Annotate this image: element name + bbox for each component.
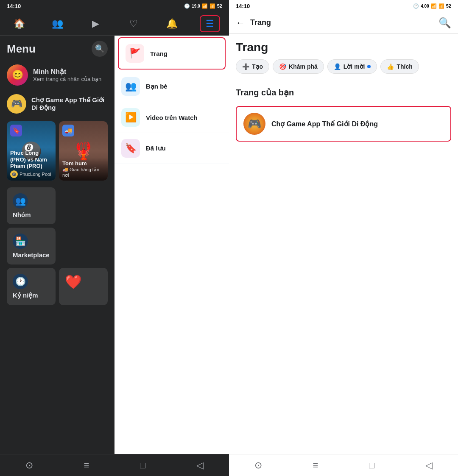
bottom-circle-icon[interactable]: ⊙ xyxy=(25,460,33,471)
story-title-pool: Phuc Long (PRO) vs Nam Pham (PRO) xyxy=(10,150,52,170)
stories-grid: 🎱 🔖 Phuc Long (PRO) vs Nam Pham (PRO) 🎱 … xyxy=(0,118,114,184)
story-sub-pool: 🎱 PhucLong Pool xyxy=(10,170,52,178)
video-icon-box: ▶️ xyxy=(121,108,140,127)
nhom-icon: 👥 xyxy=(13,193,28,209)
menu-right-item-daluu[interactable]: 🔖 Đã lưu xyxy=(114,133,229,164)
rp-bottom-back-icon[interactable]: ◁ xyxy=(425,460,433,471)
left-content-area: Menu 🔍 😊 Minh Nhật Xem trang cá nhân của… xyxy=(0,36,229,454)
kyniem-label: Kỷ niệm xyxy=(13,292,50,299)
kyniem-icon: 🕐 xyxy=(13,274,28,289)
menu-right-item-banbe[interactable]: 👥 Bạn bè xyxy=(114,71,229,102)
home-nav-icon[interactable]: 🏠 xyxy=(9,15,29,32)
left-nav-bar: 🏠 👥 ▶ ♡ 🔔 ☰ xyxy=(0,12,229,36)
right-nav-bar: ← Trang 🔍 xyxy=(229,12,458,34)
banbe-label: Bạn bè xyxy=(146,83,168,90)
menu-right-item-trang[interactable]: 🚩 Trang xyxy=(118,37,226,70)
pill-tao[interactable]: ➕ Tạo xyxy=(236,59,269,74)
plus-icon: ➕ xyxy=(242,63,249,70)
back-button[interactable]: ← xyxy=(236,17,245,28)
menu-item-kyniem[interactable]: 🕐 Kỷ niệm xyxy=(7,268,56,305)
invite-icon: 👤 xyxy=(334,63,341,70)
menu-title: Menu xyxy=(7,42,36,56)
section-title: Trang của bạn xyxy=(229,81,458,103)
user-info: Minh Nhật Xem trang cá nhân của bạn xyxy=(33,68,101,82)
nhom-label: Nhóm xyxy=(13,211,50,218)
menu-search-button[interactable]: 🔍 xyxy=(92,41,108,57)
trang-icon-box: 🚩 xyxy=(126,44,144,63)
right-content: Trang ➕ Tạo 🎯 Khám phá 👤 Lời mời 👍 Thích… xyxy=(229,34,458,454)
user-subtitle: Xem trang cá nhân của bạn xyxy=(33,76,101,82)
bell-nav-icon[interactable]: 🔔 xyxy=(162,15,182,32)
pill-khampha[interactable]: 🎯 Khám phá xyxy=(273,59,324,74)
pill-khampha-label: Khám phá xyxy=(289,63,318,70)
user-avatar: 😊 xyxy=(7,64,28,86)
right-status-icons: 🕐 4.00 📶 📶 52 xyxy=(413,3,451,9)
right-nav-left: ← Trang xyxy=(236,17,271,28)
daluu-icon-box: 🔖 xyxy=(121,139,140,158)
daluu-label: Đã lưu xyxy=(146,145,166,152)
right-search-button[interactable]: 🔍 xyxy=(438,17,451,29)
story-badge-truck: 🚚 xyxy=(62,125,74,136)
story-badge-pool: 🔖 xyxy=(10,125,22,136)
pill-loimoi-label: Lời mời xyxy=(344,63,365,70)
right-nav-title: Trang xyxy=(250,18,271,27)
menu-grid: 👥 Nhóm 🏪 Marketplace 🕐 Kỷ niệm ❤️ xyxy=(0,184,114,309)
video-label: Video trên Watch xyxy=(146,114,198,121)
page-card-avatar: 🎮 xyxy=(243,113,265,135)
left-time: 14:10 xyxy=(7,3,21,9)
rp-bottom-circle-icon[interactable]: ⊙ xyxy=(254,460,262,471)
user-name: Minh Nhật xyxy=(33,68,101,76)
story-info-food: Tom hum 🚚 Giao hàng tận nơi xyxy=(59,158,108,181)
watch-nav-icon[interactable]: ▶ xyxy=(85,15,106,32)
pill-loimoi[interactable]: 👤 Lời mời xyxy=(327,59,377,74)
story-title-food: Tom hum xyxy=(62,160,104,167)
bottom-back-icon[interactable]: ◁ xyxy=(196,460,204,471)
menu-header: Menu 🔍 xyxy=(0,36,114,60)
right-bottom-nav: ⊙ ≡ □ ◁ xyxy=(229,454,458,476)
menu-item-placeholder2 xyxy=(59,228,108,264)
like-icon: 👍 xyxy=(387,63,394,70)
right-column: 🚩 Trang 👥 Bạn bè ▶️ Video trên Watch 🔖 Đ… xyxy=(114,36,229,454)
bottom-menu-icon[interactable]: ≡ xyxy=(84,460,89,471)
menu-right-item-video[interactable]: ▶️ Video trên Watch xyxy=(114,102,229,133)
page-item[interactable]: 🎮 Chợ Game App Thế Giới Di Động xyxy=(0,90,114,118)
marketplace-label: Marketplace xyxy=(13,251,50,259)
pill-thich[interactable]: 👍 Thích xyxy=(380,59,419,74)
second-col-menu: 🚩 Trang 👥 Bạn bè ▶️ Video trên Watch 🔖 Đ… xyxy=(114,37,229,454)
banbe-icon-box: 👥 xyxy=(121,77,140,96)
menu-item-heart[interactable]: ❤️ xyxy=(59,268,108,305)
menu-item-marketplace[interactable]: 🏪 Marketplace xyxy=(7,228,56,264)
heart-icon: ❤️ xyxy=(65,274,102,290)
friends-nav-icon[interactable]: 👥 xyxy=(47,15,67,32)
right-status-bar: 14:10 🕐 4.00 📶 📶 52 xyxy=(229,0,458,12)
rp-bottom-square-icon[interactable]: □ xyxy=(369,460,374,471)
menu-item-nhom[interactable]: 👥 Nhóm xyxy=(7,187,56,224)
user-profile[interactable]: 😊 Minh Nhật Xem trang cá nhân của bạn xyxy=(0,60,114,90)
page-card-highlighted[interactable]: 🎮 Chợ Game App Thế Giới Di Động xyxy=(236,106,451,142)
left-bottom-nav: ⊙ ≡ □ ◁ xyxy=(0,454,229,476)
rp-bottom-menu-icon[interactable]: ≡ xyxy=(313,460,318,471)
page-avatar: 🎮 xyxy=(7,94,26,114)
bottom-square-icon[interactable]: □ xyxy=(140,460,145,471)
story-card-food[interactable]: 🦞 🚚 Tom hum 🚚 Giao hàng tận nơi xyxy=(59,121,108,181)
story-truck-info: 🚚 Giao hàng tận nơi xyxy=(62,167,104,178)
story-sub-avatar-pool: 🎱 xyxy=(10,170,18,178)
story-info-pool: Phuc Long (PRO) vs Nam Pham (PRO) 🎱 Phuc… xyxy=(7,147,56,181)
menu-item-placeholder xyxy=(59,187,108,224)
filter-pills: ➕ Tạo 🎯 Khám phá 👤 Lời mời 👍 Thích xyxy=(229,59,458,81)
heart-nav-icon[interactable]: ♡ xyxy=(123,15,144,32)
pill-tao-label: Tạo xyxy=(252,63,263,70)
trang-label: Trang xyxy=(150,50,168,57)
discover-icon: 🎯 xyxy=(279,63,286,70)
hamburger-menu-icon[interactable]: ☰ xyxy=(200,15,220,32)
story-sub-name-pool: PhucLong Pool xyxy=(20,172,51,177)
right-time: 14:10 xyxy=(236,3,250,9)
page-card-name: Chợ Game App Thế Giới Di Động xyxy=(271,120,378,128)
left-column: Menu 🔍 😊 Minh Nhật Xem trang cá nhân của… xyxy=(0,36,114,454)
notification-dot xyxy=(367,65,371,68)
page-name: Chợ Game App Thế Giới Di Động xyxy=(31,96,108,111)
story-card-pool[interactable]: 🎱 🔖 Phuc Long (PRO) vs Nam Pham (PRO) 🎱 … xyxy=(7,121,56,181)
left-panel: 14:10 🕐 19.0 📶 📶 52 🏠 👥 ▶ ♡ 🔔 ☰ Menu 🔍 xyxy=(0,0,229,476)
right-panel: 14:10 🕐 4.00 📶 📶 52 ← Trang 🔍 Trang ➕ Tạ… xyxy=(229,0,458,476)
pill-thich-label: Thích xyxy=(397,63,412,70)
